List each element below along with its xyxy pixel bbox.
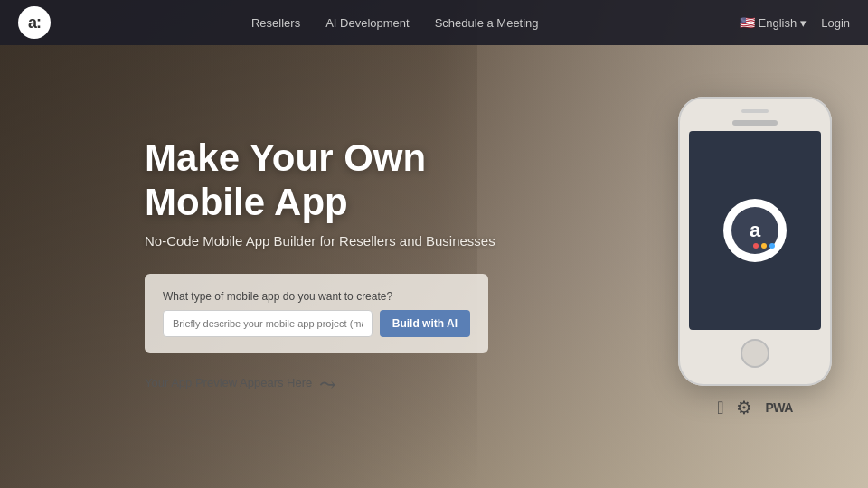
form-question: What type of mobile app do you want to c… [163,290,470,303]
language-selector[interactable]: 🇺🇸 English ▾ [740,15,807,30]
curved-arrow-icon: ⤳ [319,373,335,397]
hero-title: Make Your Own Mobile App [145,136,552,224]
app-logo-letter: a [750,219,760,242]
hero-content: Make Your Own Mobile App No-Code Mobile … [0,115,868,418]
dot-red [753,243,759,249]
language-label: English [759,16,797,30]
app-form-box: What type of mobile app do you want to c… [145,274,488,353]
hero-section: Make Your Own Mobile App No-Code Mobile … [0,0,868,488]
logo[interactable]: a: [18,6,51,39]
build-ai-button[interactable]: Build with AI [380,310,470,337]
dot-blue [769,243,775,249]
nav-right: 🇺🇸 English ▾ Login [740,15,850,30]
phone-speaker [741,109,769,113]
nav-schedule-meeting[interactable]: Schedule a Meeting [435,16,539,30]
login-link[interactable]: Login [821,16,850,30]
phone-camera [732,120,778,126]
dot-yellow [761,243,767,249]
hero-left-panel: Make Your Own Mobile App No-Code Mobile … [145,136,552,397]
nav-resellers[interactable]: Resellers [251,16,300,30]
apple-icon:  [717,398,723,418]
phone-mockup: a [678,97,832,386]
chevron-down-icon: ▾ [800,16,807,30]
app-logo-inner: a [731,207,778,254]
phone-mockup-section: a  ⚙ PWA [678,97,832,418]
nav-ai-development[interactable]: AI Development [326,16,410,30]
app-description-input[interactable] [163,310,373,337]
phone-screen: a [689,131,821,330]
form-row: Build with AI [163,310,470,337]
app-preview-hint: Your App Preview Appears Here ⤳ [145,370,552,397]
nav-links: Resellers AI Development Schedule a Meet… [251,16,539,30]
app-logo-dots [753,243,775,249]
logo-text: a: [28,14,41,33]
pwa-label: PWA [765,400,792,415]
flag-icon: 🇺🇸 [740,15,755,30]
platform-icons:  ⚙ PWA [717,397,793,418]
navbar: a: Resellers AI Development Schedule a M… [0,0,868,45]
android-icon: ⚙ [736,397,752,418]
hero-subtitle: No-Code Mobile App Builder for Resellers… [145,233,552,249]
app-logo-circle: a [723,199,787,262]
app-preview-text: Your App Preview Appears Here [145,376,312,389]
phone-home-button [741,339,769,368]
